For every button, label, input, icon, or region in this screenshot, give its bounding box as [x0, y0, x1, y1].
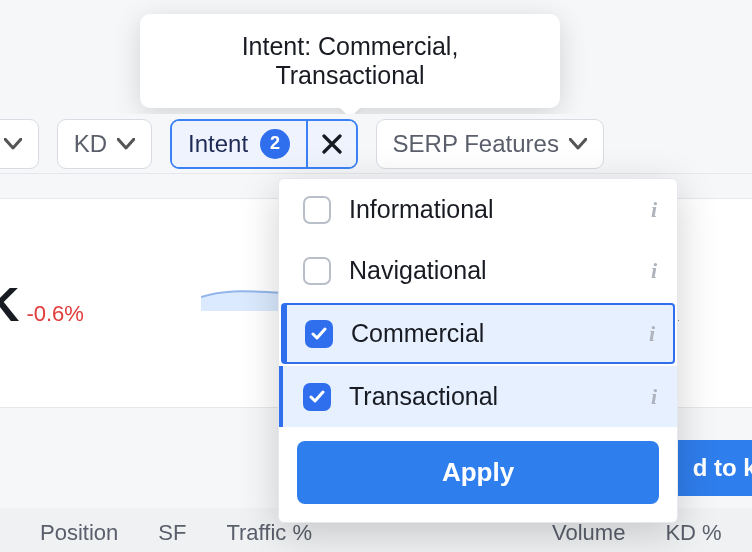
volume-filter-chip[interactable]: ume: [0, 119, 39, 169]
intent-tooltip: Intent: Commercial, Transactional: [140, 14, 560, 108]
intent-option-transactional[interactable]: Transactional i: [279, 366, 677, 427]
info-icon[interactable]: i: [651, 384, 657, 410]
option-label: Transactional: [349, 382, 498, 411]
col-kd-pct[interactable]: KD %: [665, 520, 721, 546]
col-volume[interactable]: Volume: [552, 520, 625, 546]
checkbox-unchecked-icon[interactable]: [303, 257, 331, 285]
intent-option-commercial[interactable]: Commercial i: [281, 303, 675, 364]
apply-button[interactable]: Apply: [297, 441, 659, 504]
intent-option-informational[interactable]: Informational i: [279, 179, 677, 240]
info-icon[interactable]: i: [651, 258, 657, 284]
filter-bar: ume KD Intent 2 SERP Features: [0, 114, 752, 174]
intent-count-badge: 2: [260, 129, 290, 159]
option-label: Informational: [349, 195, 494, 224]
traffic-value: 5.1K: [0, 277, 18, 332]
chevron-down-icon: [569, 138, 587, 150]
checkbox-checked-icon[interactable]: [303, 383, 331, 411]
intent-dropdown: Informational i Navigational i Commercia…: [278, 178, 678, 523]
traffic-delta: -0.6%: [26, 301, 83, 327]
serp-features-filter-chip[interactable]: SERP Features: [376, 119, 604, 169]
chevron-down-icon: [4, 138, 22, 150]
info-icon[interactable]: i: [651, 197, 657, 223]
kd-filter-label: KD: [74, 130, 107, 158]
col-traffic-pct[interactable]: Traffic %: [226, 520, 312, 546]
intent-clear-button[interactable]: [308, 121, 356, 167]
kd-filter-chip[interactable]: KD: [57, 119, 152, 169]
option-label: Navigational: [349, 256, 487, 285]
checkbox-checked-icon[interactable]: [305, 320, 333, 348]
serp-filter-label: SERP Features: [393, 130, 559, 158]
checkbox-unchecked-icon[interactable]: [303, 196, 331, 224]
tooltip-text: Intent: Commercial, Transactional: [242, 32, 459, 89]
intent-filter-chip[interactable]: Intent 2: [170, 119, 358, 169]
send-to-keyword-button[interactable]: d to ke: [671, 440, 752, 496]
intent-filter-label: Intent: [188, 130, 248, 158]
col-sf[interactable]: SF: [158, 520, 186, 546]
info-icon[interactable]: i: [649, 321, 655, 347]
traffic-label: c: [0, 239, 121, 271]
option-label: Commercial: [351, 319, 484, 348]
chevron-down-icon: [117, 138, 135, 150]
traffic-stat: c 5.1K -0.6%: [0, 239, 121, 407]
intent-filter-seg[interactable]: Intent 2: [172, 121, 306, 167]
close-icon: [322, 134, 342, 154]
intent-option-navigational[interactable]: Navigational i: [279, 240, 677, 301]
col-position[interactable]: Position: [40, 520, 118, 546]
